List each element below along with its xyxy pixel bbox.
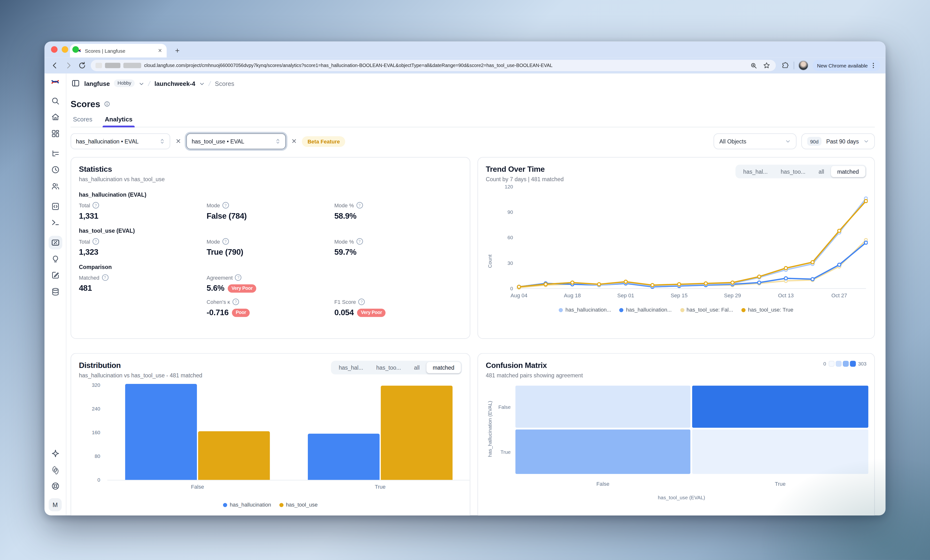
tab-scores[interactable]: Scores: [72, 116, 94, 127]
back-icon[interactable]: [50, 61, 59, 70]
score2-selector[interactable]: has_tool_use • EVAL: [186, 133, 286, 149]
view-tab-hastoo[interactable]: has_too...: [774, 166, 812, 177]
redacted-chip: [105, 63, 120, 68]
help-icon[interactable]: ?: [232, 299, 239, 305]
sidebar-item-settings[interactable]: [48, 463, 62, 477]
view-tab-matched[interactable]: matched: [831, 166, 865, 177]
view-tab-hastoo[interactable]: has_too...: [370, 362, 407, 373]
object-filter-label: All Objects: [719, 138, 746, 145]
trend-title: Trend Over Time: [486, 165, 564, 174]
sidebar-item-sessions[interactable]: [48, 163, 62, 176]
confusion-card: Confusion Matrix 481 matched pairs showi…: [477, 353, 875, 516]
svg-text:30: 30: [507, 260, 513, 266]
sidebar-item-tracing[interactable]: [48, 147, 62, 160]
breadcrumb-divider: /: [208, 80, 212, 87]
help-icon[interactable]: ?: [102, 274, 108, 281]
svg-text:Oct 13: Oct 13: [778, 293, 794, 299]
view-tab-matched[interactable]: matched: [426, 362, 461, 373]
sidebar-item-users[interactable]: [48, 179, 62, 193]
help-icon[interactable]: ?: [92, 238, 99, 245]
scale-swatch: [850, 361, 856, 367]
sidebar-item-whats-new[interactable]: [48, 447, 62, 460]
site-info-chip[interactable]: [95, 63, 102, 68]
svg-text:Aug 04: Aug 04: [511, 293, 528, 299]
profile-avatar[interactable]: [799, 60, 809, 71]
sidebar-item-dashboards[interactable]: [48, 126, 62, 140]
bar-has_tool_use-True: [381, 386, 453, 480]
close-window-button[interactable]: [51, 46, 58, 53]
confusion-title: Confusion Matrix: [486, 361, 583, 370]
sidebar-item-datasets[interactable]: [48, 285, 62, 298]
user-avatar[interactable]: M: [49, 498, 62, 511]
stat-mode-pct: Mode %?59.7%: [334, 238, 462, 256]
scale-swatch: [836, 361, 841, 367]
org-name[interactable]: langfuse: [84, 80, 110, 87]
date-range-select[interactable]: 90d Past 90 days: [801, 133, 875, 149]
remove-score1-button[interactable]: ✕: [174, 137, 182, 145]
new-tab-button[interactable]: +: [171, 44, 183, 56]
sidebar-item-search[interactable]: [48, 94, 62, 107]
sidebar-item-playground[interactable]: [48, 216, 62, 229]
x-axis-line: [107, 480, 470, 480]
score1-selector[interactable]: has_hallucination • EVAL: [71, 133, 170, 149]
help-icon[interactable]: ?: [235, 274, 242, 281]
distribution-card: Distribution has_hallucination vs has_to…: [71, 353, 470, 516]
info-icon[interactable]: [104, 101, 111, 107]
confusion-cell-True-True[interactable]: [692, 430, 868, 474]
langfuse-logo[interactable]: [51, 78, 59, 86]
object-filter-select[interactable]: All Objects: [713, 133, 796, 149]
sidebar-item-prompts[interactable]: [48, 199, 62, 213]
view-tab-hashal[interactable]: has_hal...: [332, 362, 370, 373]
zoom-window-button[interactable]: [72, 46, 79, 53]
statistics-title: Statistics: [79, 165, 462, 174]
date-range-label: Past 90 days: [826, 138, 859, 145]
remove-score2-button[interactable]: ✕: [290, 137, 298, 145]
url-text[interactable]: cloud.langfuse.com/project/cmhnuoj660007…: [144, 63, 747, 68]
minimize-window-button[interactable]: [62, 46, 68, 53]
bookmark-star-icon[interactable]: [762, 61, 771, 70]
view-tab-all[interactable]: all: [812, 166, 831, 177]
stat-mode: Mode?True (790): [206, 238, 334, 256]
zoom-page-icon[interactable]: [749, 61, 759, 70]
legend-item: has_hallucination...: [619, 307, 672, 313]
forward-icon[interactable]: [63, 61, 73, 70]
reload-icon[interactable]: [77, 61, 86, 70]
confusion-cell-True-False[interactable]: [515, 430, 690, 474]
help-icon[interactable]: ?: [356, 202, 363, 209]
url-bar[interactable]: cloud.langfuse.com/project/cmhnuoj660007…: [91, 60, 776, 71]
sparkle-icon: [51, 449, 60, 458]
sidebar-item-support[interactable]: [48, 479, 62, 493]
sidebar-toggle-icon[interactable]: [71, 78, 80, 88]
sidebar-item-home[interactable]: [48, 110, 62, 124]
statistics-subtitle: has_hallucination vs has_tool_use: [79, 176, 462, 183]
help-icon[interactable]: ?: [222, 238, 229, 245]
score1-label: has_hallucination • EVAL: [76, 138, 139, 145]
tab-analytics[interactable]: Analytics: [104, 116, 134, 127]
sidebar-bottom: M: [48, 444, 62, 516]
project-name[interactable]: launchweek-4: [154, 80, 196, 87]
confusion-cell-False-False[interactable]: [515, 386, 690, 428]
org-switcher-chevron-icon[interactable]: [139, 78, 144, 89]
help-icon[interactable]: ?: [356, 238, 363, 245]
bar-has_hallucination-True: [308, 434, 379, 480]
extensions-icon[interactable]: [780, 61, 790, 70]
sidebar-item-scores[interactable]: [48, 236, 62, 249]
users-icon: [51, 182, 60, 190]
breadcrumb-divider: /: [148, 80, 151, 87]
svg-text:Oct 27: Oct 27: [831, 293, 847, 299]
help-icon[interactable]: ?: [359, 299, 365, 305]
window-controls: [51, 46, 79, 53]
chrome-update-badge[interactable]: New Chrome available: [813, 60, 880, 71]
view-tab-all[interactable]: all: [408, 362, 426, 373]
browser-tab[interactable]: Scores | Langfuse ×: [70, 44, 166, 57]
view-tab-hashal[interactable]: has_hal...: [737, 166, 774, 177]
sidebar-item-annotation[interactable]: [48, 268, 62, 282]
help-icon[interactable]: ?: [222, 202, 229, 209]
help-icon[interactable]: ?: [92, 202, 99, 209]
distribution-title: Distribution: [79, 361, 202, 370]
confusion-cell-False-True[interactable]: [692, 386, 868, 428]
confusion-matrix: FalseTrueFalseTruehas_hallucination (EVA…: [486, 380, 867, 502]
project-switcher-chevron-icon[interactable]: [199, 78, 205, 89]
sidebar-item-evaluation[interactable]: [48, 252, 62, 265]
tab-close-icon[interactable]: ×: [158, 48, 162, 54]
